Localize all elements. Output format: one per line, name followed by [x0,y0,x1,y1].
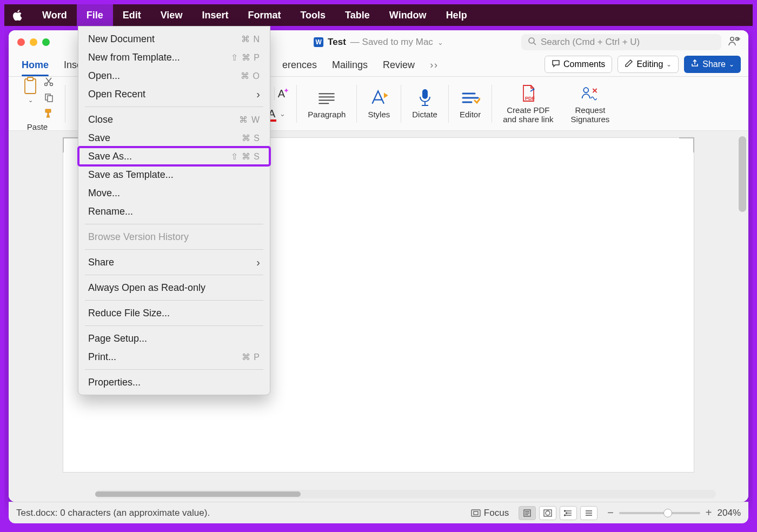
copy-icon[interactable] [43,92,54,104]
menu-item-shortcut: ⌘ N [241,34,260,44]
create-pdf-group[interactable]: PDF Create PDF and share link [496,77,560,130]
menu-item-new-document[interactable]: New Document⌘ N [78,30,270,48]
document-name: Test [328,37,346,48]
status-text: Test.docx: 0 characters (an approximate … [16,508,210,518]
menu-item-label: Properties... [88,377,141,388]
menubar-item-tools[interactable]: Tools [290,4,335,26]
menu-item-share[interactable]: Share [78,253,270,271]
menubar-app-name[interactable]: Word [32,4,77,26]
editor-group[interactable]: Editor [453,77,487,130]
styles-icon [369,88,389,108]
menubar-item-view[interactable]: View [151,4,192,26]
menu-item-save-as[interactable]: Save As...⇧ ⌘ S [78,147,270,165]
tab-home[interactable]: Home [22,59,49,76]
svg-rect-6 [25,79,36,94]
menu-item-move[interactable]: Move... [78,184,270,202]
tab-review[interactable]: Review [383,59,415,76]
zoom-slider[interactable] [619,512,700,514]
print-layout-view-button[interactable] [519,506,536,520]
zoom-in-button[interactable]: + [706,507,712,519]
outline-view-button[interactable] [560,506,577,520]
svg-rect-7 [28,77,33,81]
vertical-scrollbar[interactable] [739,136,746,212]
search-icon [528,37,536,48]
tab-mailings[interactable]: Mailings [332,59,368,76]
menubar-item-window[interactable]: Window [380,4,436,26]
svg-point-2 [731,37,734,41]
speech-bubble-icon [552,59,560,70]
cut-icon[interactable] [43,76,54,89]
svg-point-34 [546,511,550,515]
close-window-button[interactable] [17,38,25,46]
paste-group[interactable]: ⌄ Paste [14,77,61,130]
menubar-item-edit[interactable]: Edit [113,4,151,26]
paragraph-group[interactable]: Paragraph [301,77,352,130]
signature-icon [580,84,600,103]
web-layout-view-button[interactable] [539,506,556,520]
editor-label: Editor [460,110,481,119]
collaborate-icon[interactable] [728,36,741,49]
menu-item-save-as-template[interactable]: Save as Template... [78,165,270,184]
menubar-item-file[interactable]: File [77,4,113,26]
horizontal-scrollbar[interactable] [95,490,716,498]
dictate-group[interactable]: Dictate [406,77,444,130]
file-menu-dropdown: New Document⌘ NNew from Template...⇧ ⌘ P… [78,26,270,395]
menu-separator [85,275,263,275]
svg-point-40 [565,515,566,516]
menu-item-new-from-template[interactable]: New from Template...⇧ ⌘ P [78,48,270,66]
menu-item-print[interactable]: Print...⌘ P [78,348,270,366]
menu-item-properties[interactable]: Properties... [78,373,270,391]
chevron-down-icon: ⌄ [729,61,734,68]
pencil-icon [625,59,633,70]
menu-item-open-recent[interactable]: Open Recent [78,85,270,103]
menu-item-shortcut: ⇧ ⌘ S [231,151,260,162]
menubar-item-table[interactable]: Table [335,4,380,26]
clipboard-icon [21,76,40,96]
menu-item-shortcut: ⌘ W [239,115,260,125]
tabs-overflow-icon[interactable]: ›› [430,59,439,76]
tab-references[interactable]: erences [282,59,317,76]
svg-rect-27 [472,510,480,516]
draft-view-button[interactable] [580,506,597,520]
menubar-item-format[interactable]: Format [238,4,290,26]
menu-item-label: Save [88,132,110,144]
menu-item-always-open-as-read-only[interactable]: Always Open as Read-only [78,278,270,297]
search-input[interactable]: Search (Cmd + Ctrl + U) [521,34,721,50]
paste-label: Paste [27,122,48,131]
apple-logo-icon[interactable] [10,10,26,21]
svg-rect-28 [474,511,478,515]
request-signatures-group[interactable]: Request Signatures [565,77,616,130]
menu-item-page-setup[interactable]: Page Setup... [78,329,270,348]
menu-item-label: Open... [88,70,120,82]
view-mode-buttons [519,506,597,520]
zoom-out-button[interactable]: − [607,507,614,519]
format-painter-icon[interactable] [43,108,54,120]
minimize-window-button[interactable] [30,38,37,46]
menubar-item-help[interactable]: Help [436,4,477,26]
menu-item-label: Save as Template... [88,169,174,181]
clear-formatting-icon[interactable]: A✦ [278,88,285,100]
menu-separator [85,107,263,107]
menu-item-save[interactable]: Save⌘ S [78,129,270,147]
share-label: Share [702,59,726,69]
styles-group[interactable]: Styles [361,77,396,130]
menu-item-shortcut: ⇧ ⌘ P [231,52,260,63]
menubar-item-insert[interactable]: Insert [192,4,238,26]
zoom-value[interactable]: 204% [718,508,741,518]
status-bar: Test.docx: 0 characters (an approximate … [9,502,748,523]
fullscreen-window-button[interactable] [42,38,50,46]
editing-mode-button[interactable]: Editing ⌄ [617,56,679,73]
document-title[interactable]: W Test — Saved to my Mac ⌄ [314,37,443,48]
share-button[interactable]: Share ⌄ [684,56,741,73]
menu-item-close[interactable]: Close⌘ W [78,110,270,129]
focus-mode-button[interactable]: Focus [471,508,509,518]
svg-point-23 [533,88,534,90]
menu-item-browse-version-history: Browse Version History [78,228,270,246]
svg-rect-13 [48,96,52,102]
signatures-label-1: Request [575,105,605,115]
menu-item-open[interactable]: Open...⌘ O [78,66,270,85]
svg-point-39 [566,513,567,514]
comments-button[interactable]: Comments [544,56,612,73]
menu-item-reduce-file-size[interactable]: Reduce File Size... [78,304,270,322]
menu-item-rename[interactable]: Rename... [78,202,270,221]
